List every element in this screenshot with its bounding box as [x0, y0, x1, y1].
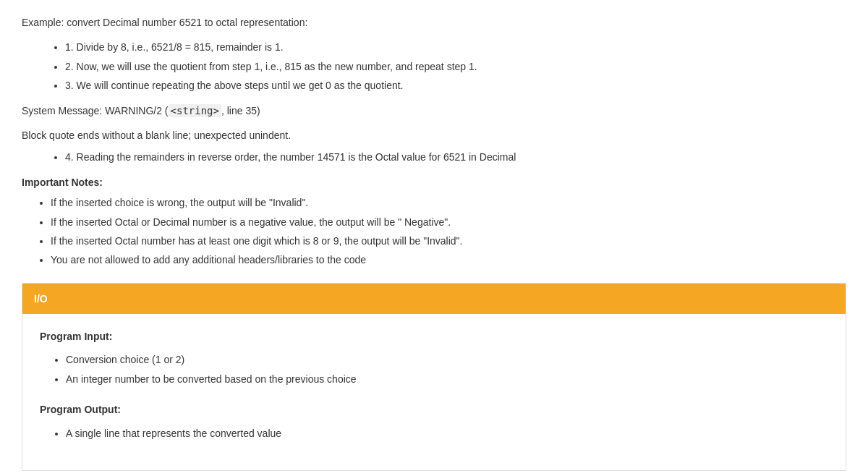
io-section: I/O Program Input: Conversion choice (1 … — [22, 283, 846, 471]
list-item: Conversion choice (1 or 2) — [66, 352, 828, 367]
content-area: Example: convert Decimal number 6521 to … — [22, 14, 846, 471]
program-output-list: A single line that represents the conver… — [66, 425, 828, 441]
list-item: If the inserted Octal number has at leas… — [51, 233, 846, 249]
list-item: If the inserted Octal or Decimal number … — [51, 214, 846, 230]
example-steps-list: 1. Divide by 8, i.e., 6521/8 = 815, rema… — [65, 39, 846, 93]
program-input-block: Program Input: Conversion choice (1 or 2… — [40, 328, 828, 387]
list-item: 3. We will continue repeating the above … — [65, 77, 846, 93]
list-item: 4. Reading the remainders in reverse ord… — [65, 149, 846, 165]
program-output-block: Program Output: A single line that repre… — [40, 401, 828, 441]
list-item: An integer number to be converted based … — [66, 371, 828, 387]
example-intro: Example: convert Decimal number 6521 to … — [22, 14, 846, 30]
list-item: 1. Divide by 8, i.e., 6521/8 = 815, rema… — [65, 39, 846, 55]
system-message: System Message: WARNING/2 (<string>, lin… — [22, 103, 846, 119]
program-input-list: Conversion choice (1 or 2) An integer nu… — [66, 352, 828, 387]
important-notes-list: If the inserted choice is wrong, the out… — [51, 195, 846, 268]
list-item: A single line that represents the conver… — [66, 425, 828, 441]
program-output-heading: Program Output: — [40, 401, 828, 417]
io-body: Program Input: Conversion choice (1 or 2… — [22, 314, 846, 470]
important-notes-section: Important Notes: If the inserted choice … — [22, 174, 846, 268]
code-string: <string> — [169, 104, 221, 117]
program-input-heading: Program Input: — [40, 328, 828, 344]
io-header: I/O — [22, 284, 846, 314]
list-item: You are not allowed to add any additiona… — [51, 252, 846, 268]
list-item: 2. Now, we will use the quotient from st… — [65, 59, 846, 75]
step4-list: 4. Reading the remainders in reverse ord… — [65, 149, 846, 165]
list-item: If the inserted choice is wrong, the out… — [51, 195, 846, 211]
important-notes-heading: Important Notes: — [22, 174, 846, 190]
block-quote-warning-line1: Block quote ends without a blank line; u… — [22, 127, 846, 143]
